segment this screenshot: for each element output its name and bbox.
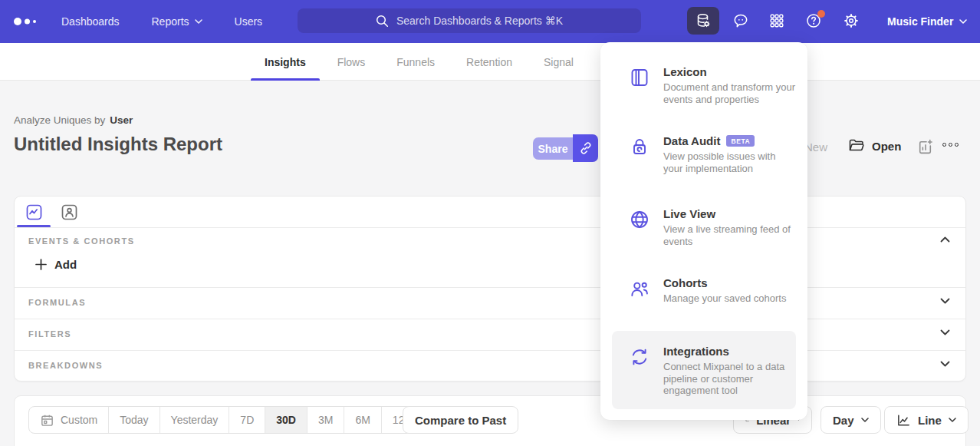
chevron-up-icon (940, 236, 950, 243)
expand-breakdowns-button[interactable] (940, 361, 950, 367)
settings-button[interactable] (838, 8, 864, 34)
interval-label: Day (833, 414, 854, 427)
tab-label: Funnels (396, 56, 435, 68)
nav-reports[interactable]: Reports (152, 15, 202, 28)
data-audit-icon (629, 134, 650, 174)
tab-funnels[interactable]: Funnels (396, 43, 435, 81)
interval-dropdown[interactable]: Day (821, 406, 881, 434)
divider (15, 319, 965, 319)
new-report-button[interactable]: New (804, 140, 827, 154)
date-range-label: 30D (276, 414, 296, 426)
menu-item-description: Document and transform your events and p… (663, 81, 797, 105)
open-report-button[interactable]: Open (848, 138, 901, 154)
users-view-tab[interactable] (54, 201, 84, 223)
logo-dot (14, 18, 21, 25)
beta-badge: BETA (726, 135, 755, 147)
chart-add-icon (916, 138, 934, 156)
line-chart-icon (896, 413, 911, 428)
menu-item-cohorts[interactable]: Cohorts Manage your saved cohorts (600, 276, 807, 305)
gear-icon (843, 12, 860, 29)
date-range-3m[interactable]: 3M (307, 407, 344, 433)
menu-item-integrations[interactable]: Integrations Connect Mixpanel to a data … (600, 345, 807, 397)
nav-users[interactable]: Users (235, 15, 263, 28)
chevron-down-icon (861, 418, 869, 422)
menu-item-live-view[interactable]: Live View View a live streaming feed of … (600, 207, 807, 247)
date-range-custom[interactable]: Custom (29, 407, 109, 433)
menu-item-data-audit[interactable]: Data Audit BETA View possible issues wit… (600, 134, 807, 174)
date-range-group: Custom Today Yesterday 7D 30D 3M 6M 12M (28, 406, 425, 434)
divider (15, 227, 965, 228)
chart-toolbar: Custom Today Yesterday 7D 30D 3M 6M 12M … (14, 395, 966, 446)
expand-formulas-button[interactable] (940, 298, 950, 304)
nav-label: Reports (152, 15, 189, 28)
subtitle-prefix: Analyze Uniques by (14, 114, 105, 126)
integrations-icon (629, 345, 650, 397)
nav-dashboards[interactable]: Dashboards (61, 15, 120, 28)
tab-signal[interactable]: Signal (544, 43, 574, 81)
date-range-6m[interactable]: 6M (344, 407, 381, 433)
tab-label: Flows (337, 56, 366, 68)
search-input[interactable]: Search Dashboards & Reports ⌘K (298, 8, 641, 33)
folder-icon (848, 138, 865, 154)
top-navbar: Dashboards Reports Users Search Dashboar… (0, 0, 980, 43)
compare-to-past-button[interactable]: Compare to Past (403, 406, 518, 434)
collapse-events-button[interactable] (940, 236, 950, 243)
help-button[interactable] (801, 8, 827, 34)
data-management-button[interactable] (687, 7, 719, 35)
nav-label: Users (235, 15, 263, 28)
page-title[interactable]: Untitled Insights Report (14, 134, 222, 155)
project-name: Music Finder (887, 15, 953, 28)
nav-label: Dashboards (61, 15, 120, 28)
breakdowns-section-label: BREAKDOWNS (28, 361, 103, 370)
mixpanel-logo[interactable] (14, 16, 41, 27)
menu-item-title: Cohorts (663, 276, 708, 289)
menu-item-description: Connect Mixpanel to a data pipeline or c… (663, 361, 797, 397)
chevron-down-icon (940, 298, 950, 304)
menu-item-lexicon[interactable]: Lexicon Document and transform your even… (600, 65, 807, 105)
primary-nav: Dashboards Reports Users (61, 0, 262, 43)
feedback-button[interactable] (728, 8, 754, 34)
menu-item-title: Live View (663, 207, 715, 220)
date-range-yesterday[interactable]: Yesterday (160, 407, 230, 433)
project-switcher[interactable]: Music Finder (887, 0, 967, 43)
line-chart-tab-icon (26, 204, 42, 220)
more-options-button[interactable] (942, 143, 959, 147)
report-tab-bar: Insights Flows Funnels Retention Signal … (0, 43, 980, 81)
date-range-label: 3M (318, 414, 333, 426)
menu-item-title: Lexicon (663, 65, 707, 78)
database-gear-icon (695, 12, 712, 29)
date-range-label: Custom (61, 414, 97, 426)
chart-type-dropdown[interactable]: Line (884, 406, 968, 434)
search-placeholder: Search Dashboards & Reports ⌘K (396, 15, 563, 27)
date-range-30d[interactable]: 30D (265, 407, 307, 433)
chat-bubble-icon (732, 12, 749, 29)
cohorts-icon (629, 276, 650, 305)
share-button[interactable]: Share (533, 137, 573, 160)
tab-insights[interactable]: Insights (265, 43, 306, 81)
chevron-down-icon (959, 19, 967, 24)
chart-type-label: Line (918, 414, 942, 427)
open-label: Open (872, 140, 901, 153)
expand-filters-button[interactable] (940, 329, 950, 335)
tab-flows[interactable]: Flows (337, 43, 366, 81)
query-builder-panel: EVENTS & COHORTS Add FORMULAS FILTERS BR… (14, 196, 966, 382)
search-icon (376, 15, 389, 28)
subtitle-entity[interactable]: User (110, 114, 133, 126)
apps-button[interactable] (764, 8, 790, 34)
copy-link-button[interactable] (573, 134, 598, 162)
date-range-today[interactable]: Today (109, 407, 159, 433)
tab-retention[interactable]: Retention (466, 43, 512, 81)
menu-item-description: Manage your saved cohorts (663, 292, 797, 305)
metrics-view-tab[interactable] (18, 201, 49, 223)
add-to-dashboard-button[interactable] (916, 138, 934, 156)
add-event-button[interactable]: Add (35, 258, 77, 271)
plus-icon (35, 259, 47, 270)
date-range-7d[interactable]: 7D (229, 407, 265, 433)
menu-item-description: View a live streaming feed of events (663, 223, 797, 247)
notification-dot (817, 10, 825, 18)
chevron-down-icon (940, 361, 950, 367)
live-view-icon (629, 207, 650, 247)
divider (15, 287, 965, 288)
tab-label: Signal (544, 56, 574, 68)
menu-item-description: View possible issues with your implement… (663, 150, 797, 174)
